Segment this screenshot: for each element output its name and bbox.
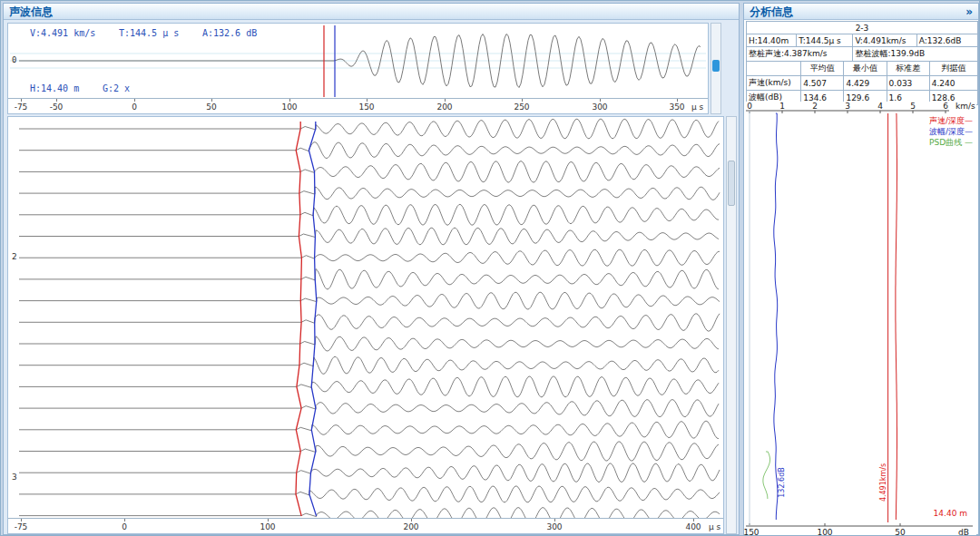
axis-tick: 250 <box>506 102 537 112</box>
axis-tick: 300 <box>539 522 570 531</box>
axis-tick: 400 <box>678 522 709 531</box>
depth-readout: H:14.40 m <box>30 83 79 93</box>
legend-psd-curve: PSD曲线 — <box>929 137 973 149</box>
axis-tick: 100 <box>252 522 283 531</box>
collapse-panel-icon[interactable]: » <box>965 4 973 20</box>
summary-depth: H:14.40m <box>747 34 797 47</box>
point-summary-table: H:14.40m T:144.5μ s V:4.491km/s A:132.6d… <box>746 34 978 47</box>
pair-header-table: 2-3 <box>746 21 978 34</box>
wave-info-panel: 声波信息 V:4.491 km/s T:144.5 μ s A:132.6 dB… <box>3 3 740 535</box>
depth-axis-label: 3 <box>12 473 17 482</box>
axis-tick: 0 <box>119 102 150 112</box>
stats-corner <box>747 62 801 76</box>
analysis-tables: 2-3 H:14.40m T:144.5μ s V:4.491km/s A:13… <box>746 22 978 105</box>
pile-summary-table: 整桩声速:4.387km/s 整桩波幅:139.9dB <box>746 46 978 62</box>
profile-pair-label: 2-3 <box>747 22 978 34</box>
axis-tick: 150 <box>740 528 762 536</box>
axis-tick: 200 <box>396 522 426 531</box>
velocity-unit-label: km/s <box>956 102 975 111</box>
axis-tick: 50 <box>196 102 227 112</box>
analysis-panel-title: 分析信息 <box>750 5 793 18</box>
wave-panel-titlebar: 声波信息 <box>4 4 739 20</box>
axis-tick: -50 <box>41 102 72 112</box>
stats-table: 平均值 最小值 标准差 判据值 声速(km/s) 4.507 4.429 0.0… <box>746 61 978 105</box>
velocity-curve-value-label: 4.491km/s <box>879 463 887 502</box>
stats-header-std: 标准差 <box>887 62 929 76</box>
gain-readout: G:2 x <box>103 83 130 93</box>
stats-row-name: 声速(km/s) <box>747 76 801 91</box>
time-readout: T:144.5 μ s <box>119 28 179 38</box>
axis-tick: 100 <box>814 528 836 536</box>
axis-tick: 50 <box>889 528 911 536</box>
single-wave-view[interactable]: V:4.491 km/s T:144.5 μ s A:132.6 dB 0 H:… <box>7 23 709 114</box>
depth-axis-label: 2 <box>12 252 17 261</box>
axis-tick: 3 <box>838 102 857 111</box>
stats-header-mean: 平均值 <box>801 62 844 76</box>
waterfall-waveforms[interactable] <box>8 117 723 519</box>
time-unit-label: μ s <box>691 102 703 112</box>
single-wave-plot[interactable]: V:4.491 km/s T:144.5 μ s A:132.6 dB 0 H:… <box>8 24 708 99</box>
single-wave-time-axis: -75 -50 0 50 100 150 200 250 300 350 μ s <box>8 98 708 113</box>
axis-tick: 0 <box>109 522 140 531</box>
single-wave-scrollbar[interactable] <box>710 23 721 114</box>
axis-tick: 350 <box>662 102 692 112</box>
depth-profile-chart[interactable]: 0 1 2 3 4 5 6 km/s 声速/深度— 波幅/深度— PSD曲线 —… <box>746 102 976 536</box>
waterfall-plot[interactable]: 2 3 <box>8 117 723 519</box>
stats-value: 0.033 <box>887 76 929 91</box>
pile-velocity: 整桩声速:4.387km/s <box>747 47 853 62</box>
axis-tick: 150 <box>351 102 382 112</box>
stats-value: 4.507 <box>801 76 844 91</box>
db-unit-label: dB <box>958 528 969 536</box>
app-window: 声波信息 V:4.491 km/s T:144.5 μ s A:132.6 dB… <box>0 0 980 536</box>
stats-value: 4.429 <box>844 76 887 91</box>
waterfall-scrollbar[interactable] <box>726 116 737 534</box>
axis-tick: 300 <box>584 102 615 112</box>
axis-tick: -75 <box>7 522 36 531</box>
stats-header-criterion: 判据值 <box>929 62 977 76</box>
summary-time: T:144.5μ s <box>797 34 853 47</box>
axis-tick: 0 <box>740 102 759 111</box>
waterfall-view[interactable]: 2 3 -75 0 100 200 300 400 μ s <box>7 116 724 534</box>
amplitude-curve-value-label: 132.6dB <box>778 467 786 497</box>
axis-tick: 6 <box>936 102 955 111</box>
waterfall-time-axis: -75 0 100 200 300 400 μ s <box>8 518 723 533</box>
stats-header-min: 最小值 <box>844 62 887 76</box>
scrollbar-handle[interactable] <box>712 60 720 72</box>
stats-value: 4.240 <box>929 76 977 91</box>
axis-tick: -75 <box>7 102 36 112</box>
axis-tick: 2 <box>806 102 824 111</box>
time-unit-label: μ s <box>709 522 720 531</box>
zero-axis-label: 0 <box>12 55 16 64</box>
velocity-readout: V:4.491 km/s <box>30 28 95 38</box>
wave-panel-title: 声波信息 <box>9 5 53 18</box>
current-depth-label: 14.40 m <box>934 509 967 518</box>
analysis-info-panel: 分析信息 » 2-3 H:14.40m T:144.5μ s V:4.491km… <box>743 3 979 535</box>
axis-tick: 1 <box>773 102 791 111</box>
summary-amplitude: A:132.6dB <box>916 34 977 47</box>
analysis-panel-titlebar: 分析信息 » <box>744 4 978 20</box>
axis-tick: 100 <box>274 102 305 112</box>
scrollbar-handle[interactable] <box>728 161 735 206</box>
summary-velocity: V:4.491km/s <box>853 34 916 47</box>
axis-tick: 5 <box>904 102 922 111</box>
pile-amplitude: 整桩波幅:139.9dB <box>853 47 978 62</box>
amplitude-readout: A:132.6 dB <box>202 28 257 38</box>
axis-tick: 4 <box>871 102 889 111</box>
axis-tick: 200 <box>429 102 460 112</box>
